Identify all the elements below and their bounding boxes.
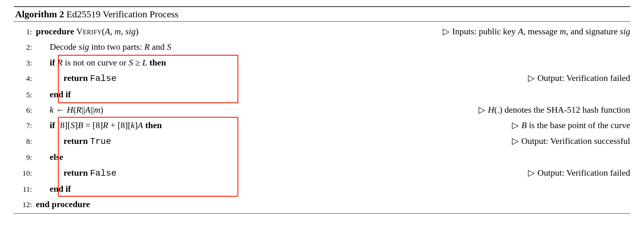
algorithm-title: Algorithm 2 Ed25519 Verification Process (14, 7, 630, 21)
algorithm-block: Algorithm 2 Ed25519 Verification Process… (14, 6, 630, 214)
algo-line-12: 12: end procedure (14, 196, 630, 212)
line-number: 4: (14, 73, 36, 84)
comment-10: ▷ Output: Verification failed (519, 166, 630, 179)
comment-6: ▷ H(.) denotes the SHA-512 hash function (469, 103, 630, 116)
algorithm-caption: Ed25519 Verification Process (66, 9, 178, 19)
algo-line-11: 11: end if (14, 181, 630, 196)
line-number: 10: (14, 167, 36, 179)
algo-line-8: 8: return True ▷ Output: Verification su… (14, 133, 630, 149)
line-number: 1: (14, 26, 36, 38)
algo-line-4: 4: return False ▷ Output: Verification f… (14, 70, 630, 86)
algo-line-1: 1: procedure Verify(A, m, sig) ▷ Inputs:… (14, 24, 630, 39)
algo-line-7: 7: if [8][S]B = [8]R + [8][k]A then ▷ B … (14, 117, 630, 133)
algorithm-body: 1: procedure Verify(A, m, sig) ▷ Inputs:… (14, 22, 630, 213)
line-number: 3: (14, 57, 36, 69)
algo-line-3: 3: if R is not on curve or S ≥ L then (14, 55, 630, 70)
algo-line-5: 5: end if (14, 87, 630, 102)
line-number: 6: (14, 105, 36, 116)
algo-line-2: 2: Decode sig into two parts: R and S (14, 39, 630, 54)
line-number: 8: (14, 136, 36, 147)
comment-4: ▷ Output: Verification failed (519, 71, 630, 85)
algo-line-10: 10: return False ▷ Output: Verification … (14, 165, 630, 181)
algorithm-label: Algorithm 2 (15, 9, 64, 19)
line-number: 12: (14, 199, 36, 211)
algo-line-9: 9: else (14, 149, 630, 165)
comment-1: ▷ Inputs: public key A, message m, and s… (433, 25, 630, 38)
line-number: 7: (14, 120, 36, 132)
proc-args: A, m, sig (105, 26, 136, 36)
keyword-procedure: procedure (36, 26, 74, 36)
line-number: 2: (14, 42, 36, 53)
line-number: 9: (14, 152, 36, 163)
comment-8: ▷ Output: Verification successful (502, 134, 630, 148)
comment-7: ▷ B is the base point of the curve (502, 118, 630, 132)
proc-name: Verify (76, 26, 102, 36)
line-number: 11: (14, 184, 36, 195)
algo-line-6: 6: k ← H(R||A||m) ▷ H(.) denotes the SHA… (14, 102, 630, 117)
line-number: 5: (14, 89, 36, 101)
bottom-rule (14, 213, 630, 214)
